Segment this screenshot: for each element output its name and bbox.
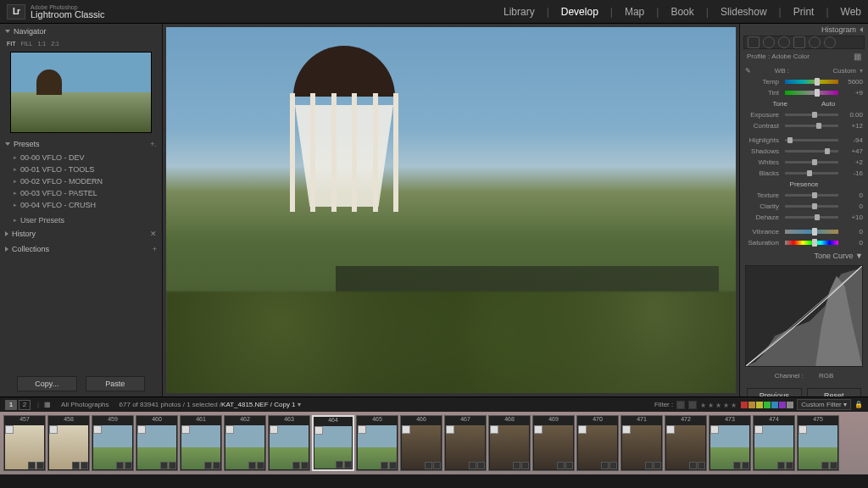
wb-picker-icon[interactable]: ✎ [745,67,755,75]
highlights-value[interactable]: -94 [841,136,863,144]
tint-slider[interactable] [785,91,838,95]
source-path[interactable]: All Photographs [61,401,108,408]
histogram-header[interactable]: Histogram [740,24,868,36]
module-print[interactable]: Print [793,6,815,18]
filmstrip-thumb[interactable]: 474 [753,415,795,471]
presets-add-icon[interactable]: +. [150,140,157,148]
nav-2to1[interactable]: 2:1 [51,41,59,47]
exposure-slider[interactable] [785,114,838,116]
navigator-zoom-options[interactable]: FIT FILL 1:1 2:1 [0,39,162,48]
user-presets-item[interactable]: User Presets [0,214,162,226]
radial-filter-icon[interactable] [809,36,821,48]
contrast-slider[interactable] [785,125,838,127]
preset-item[interactable]: 00-01 VFLO - TOOLS [0,164,162,175]
module-web[interactable]: Web [841,6,861,18]
reset-button[interactable]: Reset [807,388,862,396]
preset-item[interactable]: 00-03 VFLO - PASTEL [0,187,162,199]
filmstrip-thumb[interactable]: 473 [709,415,751,471]
highlights-slider[interactable] [785,139,838,141]
filmstrip-thumb[interactable]: 458 [47,415,90,471]
exposure-value[interactable]: 0.00 [841,111,863,119]
filmstrip-thumb[interactable]: 457 [3,415,46,471]
preset-item[interactable]: 00-04 VFLO - CRUSH [0,199,162,211]
filmstrip-thumb[interactable]: 471 [620,415,663,471]
shadows-value[interactable]: +47 [841,147,863,155]
tonecurve-header[interactable]: Tone Curve ▼ [740,250,868,262]
filmstrip-thumb[interactable]: 465 [356,415,398,471]
filmstrip-thumb[interactable]: 462 [224,415,266,471]
filmstrip-thumb[interactable]: 464 [312,415,354,471]
nav-1to1[interactable]: 1:1 [38,41,47,47]
module-map[interactable]: Map [625,6,644,18]
profile-value[interactable]: Adobe Color [771,53,809,60]
vibrance-value[interactable]: 0 [841,228,863,236]
clarity-value[interactable]: 0 [841,202,863,210]
filmstrip-thumb[interactable]: 467 [444,415,487,471]
module-slideshow[interactable]: Slideshow [721,6,767,18]
redeye-tool-icon[interactable] [778,36,790,48]
color-chip[interactable] [779,402,786,408]
module-library[interactable]: Library [504,6,535,18]
module-develop[interactable]: Develop [561,6,598,18]
collections-header[interactable]: Collections + [0,241,162,257]
blacks-slider[interactable] [785,172,838,175]
nav-fit[interactable]: FIT [7,41,16,47]
navigator-header[interactable]: Navigator [0,24,162,39]
dehaze-slider[interactable] [785,216,838,219]
filmstrip-thumb[interactable]: 463 [268,415,310,471]
color-label-filter[interactable] [741,402,793,408]
filmstrip-thumb[interactable]: 472 [665,415,707,471]
channel-value[interactable]: RGB [819,372,833,380]
secondary-display-2[interactable]: 2 [19,400,31,410]
color-chip[interactable] [787,402,793,408]
navigator-preview[interactable] [10,52,152,133]
saturation-value[interactable]: 0 [841,239,863,247]
loupe-view[interactable] [166,27,736,393]
custom-filter-select[interactable]: Custom Filter ▾ [797,399,851,410]
wb-mode[interactable]: Custom [832,67,856,75]
preset-item[interactable]: 00-02 VFLO - MODERN [0,175,162,187]
filmstrip-thumb[interactable]: 459 [92,415,134,471]
auto-button[interactable]: Auto [821,100,835,108]
preset-item[interactable]: 00-00 VFLO - DEV [0,152,162,164]
profile-browser-icon[interactable]: ▦ [854,52,861,61]
vibrance-slider[interactable] [785,230,838,234]
spot-tool-icon[interactable] [763,36,775,48]
secondary-display-1[interactable]: 1 [5,400,17,410]
filmstrip[interactable]: 4574584594604614624634644654664674684694… [0,412,868,474]
grad-filter-icon[interactable] [793,36,805,48]
color-chip[interactable] [771,402,778,408]
color-chip[interactable] [756,402,763,408]
dehaze-value[interactable]: +10 [841,214,863,221]
nav-fill[interactable]: FILL [21,41,33,47]
texture-slider[interactable] [785,194,838,197]
contrast-value[interactable]: +12 [841,122,863,130]
flag-picked-icon[interactable] [676,401,685,409]
grid-icon[interactable]: ▦ [44,401,51,408]
color-chip[interactable] [764,402,771,408]
collections-add-icon[interactable]: + [153,245,157,253]
blacks-value[interactable]: -16 [841,169,863,177]
temp-slider[interactable] [785,80,838,84]
texture-value[interactable]: 0 [841,191,863,199]
filmstrip-thumb[interactable]: 461 [180,415,222,471]
shadows-slider[interactable] [785,150,838,152]
history-clear-icon[interactable]: ✕ [150,230,157,238]
filmstrip-thumb[interactable]: 470 [576,415,619,471]
paste-button[interactable]: Paste [86,376,146,391]
temp-value[interactable]: 5600 [841,78,863,86]
whites-slider[interactable] [785,161,838,164]
filmstrip-thumb[interactable]: 460 [136,415,178,471]
presets-header[interactable]: Presets +. [0,136,162,152]
filmstrip-thumb[interactable]: 466 [400,415,442,471]
filmstrip-thumb[interactable]: 469 [532,415,575,471]
tone-curve[interactable] [745,265,863,367]
filmstrip-thumb[interactable]: 468 [488,415,531,471]
flag-rejected-icon[interactable] [688,401,697,409]
clarity-slider[interactable] [785,205,838,208]
crop-tool-icon[interactable] [748,36,760,48]
copy-button[interactable]: Copy... [17,376,77,391]
tint-value[interactable]: +9 [841,89,863,97]
color-chip[interactable] [748,402,755,408]
history-header[interactable]: History ✕ [0,226,162,241]
